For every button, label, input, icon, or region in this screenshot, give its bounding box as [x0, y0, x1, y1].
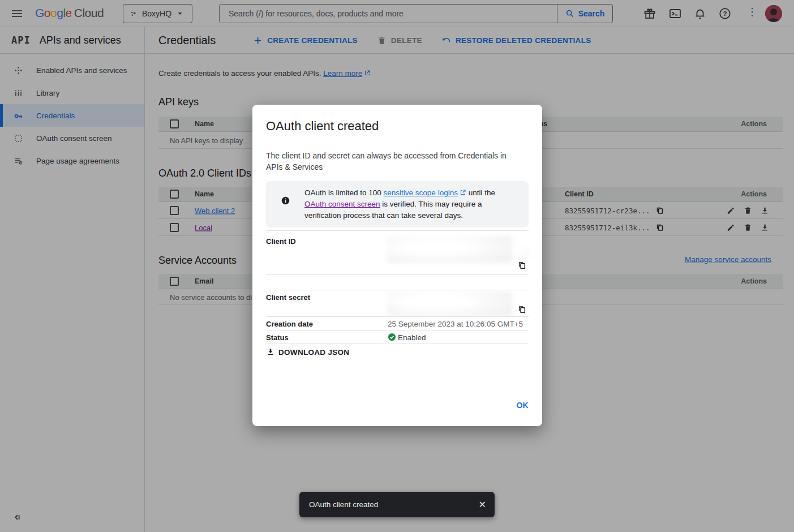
divider: [266, 274, 529, 274]
divider: [266, 316, 529, 317]
download-icon: [266, 347, 275, 357]
snackbar-close-icon[interactable]: ✕: [479, 499, 486, 510]
info-icon: [281, 196, 290, 205]
divider: [266, 230, 529, 231]
download-json-button[interactable]: DOWNLOAD JSON: [266, 347, 349, 357]
client-secret-label: Client secret: [266, 293, 310, 302]
divider: [266, 331, 529, 331]
client-secret-value-redacted: [387, 292, 512, 316]
creation-date-value: 25 September 2023 at 10:26:05 GMT+5: [388, 320, 523, 328]
verification-notice: OAuth is limited to 100 sensitive scope …: [266, 181, 529, 228]
check-circle-icon: [388, 333, 396, 341]
dialog-title: OAuth client created: [266, 119, 379, 134]
client-id-label: Client ID: [266, 237, 296, 246]
divider: [266, 290, 529, 290]
client-id-value-redacted: [387, 237, 512, 263]
oauth-consent-screen-link[interactable]: OAuth consent screen: [304, 200, 380, 208]
snackbar-message: OAuth client created: [309, 500, 479, 509]
external-link-icon: [460, 189, 466, 196]
sensitive-scope-logins-link[interactable]: sensitive scope logins: [384, 188, 458, 197]
snackbar: OAuth client created ✕: [299, 492, 495, 517]
copy-client-id-icon[interactable]: [517, 261, 526, 270]
oauth-client-created-dialog: OAuth client created The client ID and s…: [252, 105, 542, 426]
creation-date-label: Creation date: [266, 320, 313, 328]
status-label: Status: [266, 333, 289, 342]
copy-client-secret-icon[interactable]: [517, 305, 526, 314]
ok-button[interactable]: OK: [516, 401, 529, 410]
divider: [266, 344, 529, 344]
status-value: Enabled: [398, 333, 426, 342]
dialog-subtitle: The client ID and secret can always be a…: [266, 150, 521, 173]
client-id-value-redacted: [513, 248, 529, 258]
